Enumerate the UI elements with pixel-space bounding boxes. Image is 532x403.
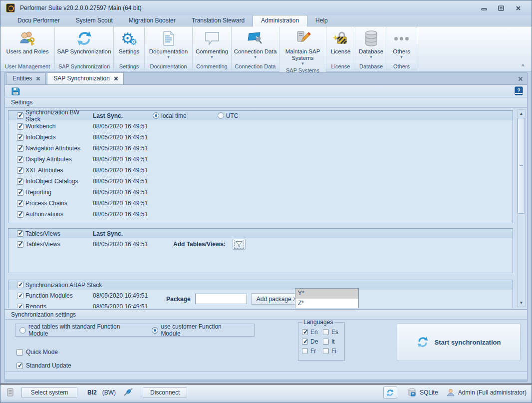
radio-standard-function-module[interactable] [19, 327, 26, 334]
sync-row-reporting: Reporting 08/05/2020 16:49:51 [8, 187, 513, 197]
checkbox-quick-mode[interactable] [16, 349, 23, 356]
lang-label: Es [331, 329, 338, 336]
checkbox-lang-it[interactable] [323, 339, 329, 345]
tab-entities-close-icon[interactable] [36, 76, 40, 81]
checkbox-infoobject-catalogs[interactable] [17, 178, 23, 185]
scroll-down-icon[interactable]: ▼ [518, 299, 525, 307]
radio-local-time[interactable] [153, 112, 159, 119]
connection-data-button[interactable]: Connection Data ▾ [232, 26, 279, 61]
maintain-sap-systems-dropdown-icon[interactable]: ▾ [301, 61, 304, 65]
users-and-roles-button[interactable]: Users and Roles [0, 26, 54, 61]
checkbox-workbench[interactable] [17, 123, 23, 130]
checkbox-bw-stack[interactable] [17, 112, 23, 119]
ribbon-tab-help[interactable]: Help [307, 15, 336, 26]
tab-sap-synchronization[interactable]: SAP Synchronization [47, 72, 124, 84]
row-label: Navigation Attributes [25, 145, 93, 152]
sync-icon [417, 336, 429, 348]
connection-pen-icon[interactable] [123, 388, 134, 397]
add-tables-views-button[interactable] [233, 239, 246, 250]
commenting-button[interactable]: Commenting ▾ [193, 26, 231, 61]
ribbon-tab-administration[interactable]: Administration [253, 15, 307, 26]
license-button[interactable]: License [326, 26, 355, 61]
checkbox-lang-es[interactable] [323, 329, 329, 335]
help-button[interactable]: ? [513, 86, 524, 96]
users-roles-icon [19, 29, 36, 47]
add-package-button[interactable]: Add package > [251, 293, 302, 305]
save-button[interactable] [10, 86, 21, 96]
system-stack-icon [6, 388, 14, 397]
row-label: Reporting [25, 189, 93, 196]
documentation-label: Documentation [148, 47, 189, 55]
ribbon-tab-docu-performer[interactable]: Docu Performer [9, 15, 68, 26]
lang-label: It [331, 338, 335, 345]
start-synchronization-button[interactable]: Start synchronization [397, 323, 521, 361]
minimize-button[interactable] [480, 4, 489, 11]
checkbox-tables-views[interactable] [17, 241, 23, 248]
checkbox-lang-de[interactable] [302, 339, 308, 345]
title-bar: Performer Suite v20.2.0.0.27597 Main (64… [0, 0, 532, 15]
ribbon-tab-translation-steward[interactable]: Translation Steward [184, 15, 253, 26]
sap-synchronization-button[interactable]: SAP Synchronization [55, 26, 113, 61]
radio-customer-function-module-label: use customer Function Module [161, 323, 241, 337]
checkbox-lang-en[interactable] [302, 329, 308, 335]
tab-sap-synchronization-close-icon[interactable] [114, 76, 118, 81]
lang-label: De [310, 338, 318, 345]
ribbon-tab-system-scout[interactable]: System Scout [68, 15, 121, 26]
ribbon-group-user-management: Users and Roles User Management [0, 26, 55, 71]
checkbox-authorizations[interactable] [17, 211, 23, 218]
package-list-item[interactable]: Y* [295, 289, 358, 299]
package-list-item[interactable]: Z* [295, 299, 358, 308]
checkbox-display-attributes[interactable] [17, 156, 23, 163]
others-button[interactable]: Others ▾ [387, 26, 416, 61]
database-dropdown-icon[interactable]: ▾ [370, 55, 372, 59]
sync-row-xxl-attributes: XXL Attributes 08/05/2020 16:49:51 [8, 165, 513, 175]
ribbon-collapse-icon[interactable]: ^ [522, 63, 525, 68]
maintain-sap-systems-button[interactable]: Maintain SAP Systems ▾ [279, 26, 326, 65]
tab-entities[interactable]: Entities [6, 72, 46, 84]
close-button[interactable] [514, 4, 523, 11]
others-dropdown-icon[interactable]: ▾ [400, 55, 403, 59]
package-input[interactable] [195, 294, 247, 304]
checkbox-xxl-attributes[interactable] [17, 167, 23, 174]
database-button[interactable]: Database ▾ [355, 26, 387, 61]
checkbox-infoobjects[interactable] [17, 134, 23, 141]
settings-button[interactable]: ⚙⚙ Settings [114, 26, 144, 61]
checkbox-function-modules[interactable] [17, 293, 23, 299]
checkbox-process-chains[interactable] [17, 200, 23, 207]
radio-standard-function-module-label: read tables with standard Function Modul… [28, 323, 139, 337]
vertical-scrollbar[interactable]: ▲ ▼ [517, 109, 526, 307]
checkbox-lang-fi[interactable] [323, 348, 329, 354]
row-label: InfoObjects [25, 134, 93, 141]
checkbox-standard-update[interactable] [16, 363, 23, 369]
checkbox-reports[interactable] [17, 304, 23, 309]
sync-settings-body: read tables with standard Function Modul… [5, 320, 527, 370]
documentation-dropdown-icon[interactable]: ▾ [167, 55, 170, 59]
standard-update-label: Standard Update [26, 362, 71, 369]
last-sync-time: 08/05/2020 16:49:51 [93, 167, 153, 174]
current-user-label: Admin (Full administrator) [458, 389, 527, 396]
maximize-button[interactable] [497, 4, 506, 11]
checkbox-abap-stack[interactable] [17, 282, 23, 288]
commenting-dropdown-icon[interactable]: ▾ [211, 55, 213, 59]
checkbox-navigation-attributes[interactable] [17, 145, 23, 152]
checkbox-reporting[interactable] [17, 189, 23, 196]
documentation-button[interactable]: Documentation ▾ [145, 26, 192, 61]
connection-data-dropdown-icon[interactable]: ▾ [254, 55, 257, 59]
checkbox-lang-fr[interactable] [302, 348, 308, 354]
checkbox-tables-views-group[interactable] [17, 230, 23, 237]
refresh-sync-button[interactable] [383, 387, 397, 399]
sync-row-process-chains: Process Chains 08/05/2020 16:49:51 [8, 198, 513, 208]
radio-customer-function-module[interactable] [152, 327, 158, 334]
select-system-button[interactable]: Select system [21, 387, 77, 398]
radio-utc[interactable] [218, 112, 224, 119]
group-label-license: License [326, 61, 355, 71]
row-label: Process Chains [25, 200, 93, 207]
language-en: En [302, 327, 323, 337]
last-sync-time: 08/05/2020 16:49:51 [93, 156, 153, 163]
abap-stack-title: Synchronization ABAP Stack [25, 282, 155, 289]
scrollbar-thumb[interactable] [518, 118, 525, 214]
disconnect-button[interactable]: Disconnect [143, 387, 187, 398]
scroll-up-icon[interactable]: ▲ [518, 110, 525, 117]
pane-close-icon[interactable] [518, 76, 527, 84]
ribbon-tab-migration-booster[interactable]: Migration Booster [121, 15, 184, 26]
